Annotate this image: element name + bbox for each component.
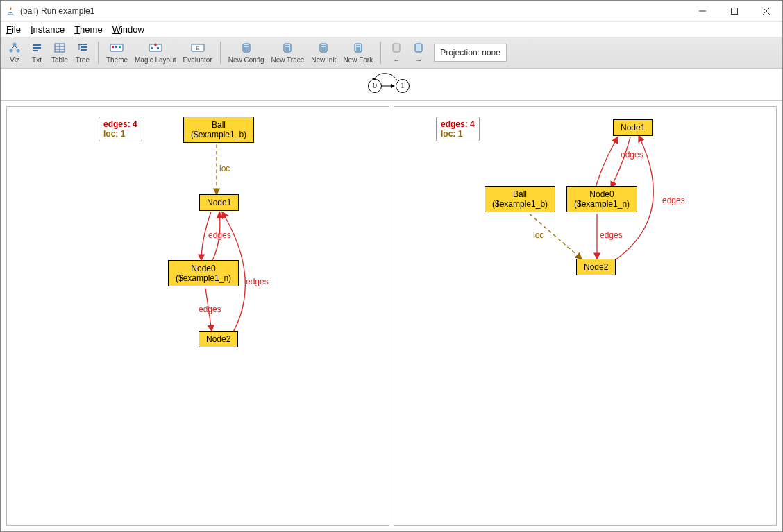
node-node2[interactable]: Node2 [199,331,238,347]
state-1[interactable]: 1 [396,79,410,93]
edge-label-loc: loc [219,164,230,173]
node-node2[interactable]: Node2 [576,259,616,275]
java-icon [5,6,16,17]
scroll-icon [351,42,365,54]
table-icon [53,42,67,54]
new-trace-button[interactable]: New Trace [267,39,308,67]
summary-box: edges: 4 loc: 1 [99,117,142,141]
evaluator-button[interactable]: E Evaluator [180,39,216,67]
svg-rect-21 [112,46,114,48]
edge-label: edges [662,196,685,205]
menu-file[interactable]: File [3,23,24,36]
maximize-button[interactable] [718,1,750,21]
scroll-icon [317,42,330,54]
menu-window[interactable]: Window [110,23,147,36]
svg-point-5 [10,49,13,53]
new-config-button[interactable]: New Config [225,39,268,67]
tree-icon [76,42,90,54]
svg-rect-46 [415,44,422,52]
theme-icon [110,42,124,54]
theme-button[interactable]: Theme [103,39,131,67]
next-button[interactable]: → [407,39,430,67]
new-fork-button[interactable]: New Fork [339,39,376,67]
viz-pane-1[interactable]: edges: 4 loc: 1 Node1 Ball ($example1_b)… [394,106,777,526]
txt-button[interactable]: Txt [26,39,48,67]
svg-line-7 [11,46,15,49]
edge-label: edges [246,277,269,286]
table-button[interactable]: Table [48,39,71,67]
close-button[interactable] [750,1,782,21]
edge-label-loc: loc [533,230,544,240]
svg-rect-22 [115,46,117,48]
scroll-icon [412,42,426,54]
minimize-button[interactable] [687,1,718,21]
node-node1[interactable]: Node1 [613,119,652,136]
window-title: (ball) Run example1 [20,6,687,16]
summary-box: edges: 4 loc: 1 [436,117,480,141]
viz-button[interactable]: Viz [3,39,26,67]
edge-label: edges [600,230,623,240]
scroll-icon [280,42,294,54]
edge-label: edges [621,150,643,160]
projection-selector[interactable]: Projection: none [434,44,507,62]
svg-line-8 [15,46,18,49]
svg-rect-1 [732,8,738,14]
node-node1[interactable]: Node1 [199,194,239,211]
menu-instance[interactable]: Instance [28,23,67,36]
txt-icon [30,42,44,54]
title-bar: (ball) Run example1 [1,1,782,22]
svg-rect-26 [157,47,159,49]
node-ball[interactable]: Ball ($example1_b) [485,186,555,212]
node-node0[interactable]: Node0 ($example1_n) [168,260,239,286]
edge-label: edges [199,304,221,314]
svg-point-6 [17,49,20,53]
viz-icon [8,42,22,54]
node-ball[interactable]: Ball ($example1_b) [183,117,254,143]
prev-button[interactable]: ← [385,39,407,67]
menu-theme[interactable]: Theme [71,23,105,36]
evaluator-icon: E [191,42,205,54]
magic-layout-icon [149,42,162,54]
menu-bar: File Instance Theme Window [1,22,782,37]
scroll-disabled-icon [389,42,403,54]
node-node0[interactable]: Node0 ($example1_n) [566,186,637,212]
svg-text:E: E [196,45,199,51]
svg-rect-45 [393,44,400,52]
state-strip: 0 1 [1,69,782,101]
tree-button[interactable]: Tree [71,39,94,67]
state-0[interactable]: 0 [368,79,382,93]
scroll-icon [239,42,253,54]
viz-pane-0[interactable]: edges: 4 loc: 1 Ball ($example1_b) Node1… [6,106,389,526]
svg-rect-23 [119,46,121,48]
svg-point-4 [13,43,17,46]
edge-label: edges [208,230,231,240]
new-init-button[interactable]: New Init [308,39,339,67]
svg-rect-25 [151,47,153,49]
magic-layout-button[interactable]: Magic Layout [131,39,179,67]
toolbar: Viz Txt Table Tree [1,37,782,69]
